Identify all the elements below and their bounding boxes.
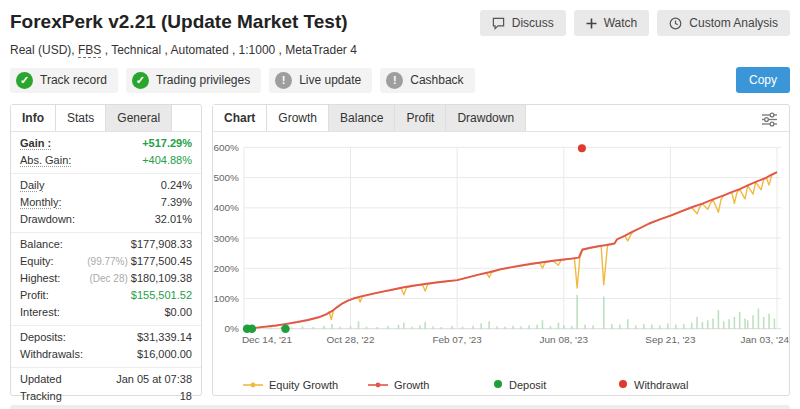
- info-value: $155,501.52: [131, 288, 192, 303]
- info-value: $0.00: [164, 305, 192, 320]
- page: ForexPerk v2.21 (Update Market Test) Dis…: [0, 0, 800, 409]
- info-value: 32.01%: [155, 212, 192, 227]
- info-label: Withdrawals:: [20, 347, 83, 362]
- tab-chart[interactable]: Chart: [213, 105, 267, 131]
- info-value: $31,339.14: [137, 330, 192, 345]
- y-axis-tick: 500%: [213, 172, 239, 183]
- info-row-interest: Interest:$0.00: [11, 304, 201, 321]
- clock-icon: [669, 17, 682, 30]
- deposit-marker[interactable]: [248, 324, 257, 333]
- info-value: 18: [180, 389, 192, 404]
- custom-analysis-button[interactable]: Custom Analysis: [657, 10, 790, 36]
- badge-label: Live update: [299, 73, 361, 87]
- info-row-equity: Equity:(99.77%)$177,500.45: [11, 253, 201, 270]
- info-row-drawdown: Drawdown:32.01%: [11, 211, 201, 228]
- info-value: +404.88%: [142, 153, 192, 168]
- info-label: Abs. Gain:: [20, 153, 71, 168]
- badge-label: Track record: [40, 73, 107, 87]
- badge-live-update[interactable]: !Live update: [269, 68, 372, 93]
- account-subtitle: Real (USD), FBS , Technical , Automated …: [10, 43, 790, 57]
- discuss-icon: [492, 17, 505, 30]
- info-tabbar: InfoStatsGeneral: [11, 105, 201, 132]
- copy-button[interactable]: Copy: [736, 67, 790, 93]
- info-label: Updated: [20, 372, 62, 387]
- chart-tabbar: ChartGrowthBalanceProfitDrawdown: [213, 105, 789, 132]
- legend-item-equity-growth[interactable]: Equity Growth: [243, 379, 368, 391]
- tab-growth[interactable]: Growth: [267, 105, 329, 131]
- y-axis-tick: 600%: [213, 142, 239, 153]
- info-value: +517.29%: [142, 136, 192, 151]
- info-row-gain: Gain :+517.29%: [11, 135, 201, 152]
- y-axis-tick: 0%: [225, 323, 240, 334]
- info-value-prefix: (99.77%): [87, 256, 128, 267]
- x-axis-tick: Sep 21, '23: [645, 334, 696, 345]
- info-value: Jan 05 at 07:38: [116, 372, 192, 387]
- x-axis-tick: Feb 07, '23: [432, 334, 482, 345]
- info-label: Profit:: [20, 288, 49, 303]
- info-row-tracking: Tracking18: [11, 388, 201, 405]
- info-row-daily: Daily0.24%: [11, 177, 201, 194]
- tab-general[interactable]: General: [106, 105, 172, 131]
- withdrawal-marker[interactable]: [578, 144, 586, 152]
- growth-chart-svg[interactable]: 0%100%200%300%400%500%600%Dec 14, '21Oct…: [213, 132, 789, 369]
- check-circle-icon: ✓: [132, 72, 149, 89]
- tab-stats[interactable]: Stats: [56, 105, 106, 131]
- growth-chart[interactable]: 0%100%200%300%400%500%600%Dec 14, '21Oct…: [213, 132, 789, 373]
- volume-bars: [248, 295, 775, 329]
- info-value: $177,908.33: [131, 237, 192, 252]
- info-rows: Gain :+517.29%Abs. Gain:+404.88%Daily0.2…: [11, 132, 201, 405]
- info-label: Drawdown:: [20, 212, 75, 227]
- badge-cashback[interactable]: !Cashback: [380, 68, 474, 93]
- legend-line-icon: [368, 379, 388, 391]
- badge-row: ✓Track record✓Trading privileges!Live up…: [10, 67, 790, 93]
- tab-balance[interactable]: Balance: [329, 105, 395, 131]
- chart-legend: Equity GrowthGrowthDepositWithdrawal: [213, 373, 789, 391]
- legend-item-deposit[interactable]: Deposit: [493, 379, 618, 391]
- tab-info[interactable]: Info: [11, 105, 56, 131]
- x-axis-tick: Oct 28, '22: [327, 334, 375, 345]
- x-axis-tick: Jun 08, '23: [540, 334, 589, 345]
- exclamation-circle-icon: !: [275, 72, 292, 89]
- button-label: Watch: [604, 16, 638, 30]
- info-label: Daily: [20, 178, 44, 193]
- tab-profit[interactable]: Profit: [395, 105, 446, 131]
- legend-line-icon: [243, 379, 263, 391]
- subtitle-post: , Technical , Automated , 1:1000 , MetaT…: [101, 43, 356, 57]
- info-value: $16,000.00: [137, 347, 192, 362]
- group-divider: [11, 232, 201, 233]
- y-axis-tick: 400%: [213, 202, 239, 213]
- plus-icon: [586, 18, 597, 29]
- button-label: Discuss: [512, 16, 554, 30]
- info-value: (99.77%)$177,500.45: [87, 254, 192, 269]
- badge-label: Cashback: [410, 73, 463, 87]
- deposit-marker[interactable]: [281, 324, 290, 333]
- chart-panel: ChartGrowthBalanceProfitDrawdown 0%100%2…: [212, 104, 790, 396]
- growth-line: [244, 172, 777, 329]
- watch-button[interactable]: Watch: [574, 10, 650, 36]
- broker-link[interactable]: FBS: [78, 43, 101, 58]
- info-label: Monthly:: [20, 195, 62, 210]
- chart-settings-icon[interactable]: [761, 111, 778, 132]
- legend-label: Deposit: [509, 379, 546, 391]
- info-label: Gain :: [20, 136, 51, 151]
- group-divider: [11, 325, 201, 326]
- header-buttons: DiscussWatchCustom Analysis: [480, 10, 790, 36]
- info-row-deposits: Deposits:$31,339.14: [11, 329, 201, 346]
- info-value: (Dec 28)$180,109.38: [89, 271, 192, 286]
- info-panel: InfoStatsGeneral Gain :+517.29%Abs. Gain…: [10, 104, 202, 396]
- legend-item-withdrawal[interactable]: Withdrawal: [618, 379, 743, 391]
- legend-item-growth[interactable]: Growth: [368, 379, 493, 391]
- badge-track-record[interactable]: ✓Track record: [10, 68, 118, 93]
- tab-drawdown[interactable]: Drawdown: [446, 105, 526, 131]
- info-label: Tracking: [20, 389, 62, 404]
- equity-growth-line: [244, 172, 777, 328]
- check-circle-icon: ✓: [16, 72, 33, 89]
- info-row-withdrawals: Withdrawals:$16,000.00: [11, 346, 201, 363]
- subtitle-pre: Real (USD),: [10, 43, 78, 57]
- legend-label: Equity Growth: [269, 379, 338, 391]
- discuss-button[interactable]: Discuss: [480, 10, 566, 36]
- legend-dot-icon: [493, 379, 503, 391]
- badges: ✓Track record✓Trading privileges!Live up…: [10, 68, 475, 93]
- page-title: ForexPerk v2.21 (Update Market Test): [10, 10, 348, 34]
- badge-trading-privileges[interactable]: ✓Trading privileges: [126, 68, 261, 93]
